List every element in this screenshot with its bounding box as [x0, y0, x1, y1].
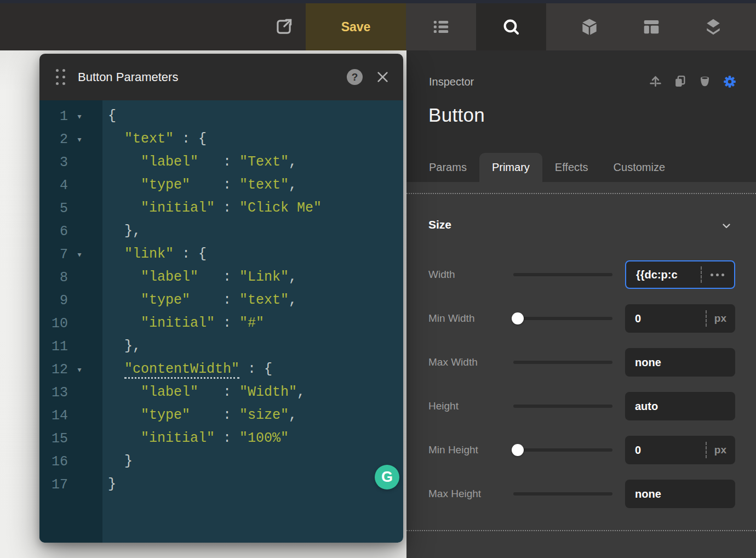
row-label: Min Width — [428, 297, 474, 340]
layers-icon[interactable] — [703, 16, 724, 37]
tab-effects[interactable]: Effects — [542, 153, 601, 183]
max-height-value-input[interactable]: none — [625, 480, 735, 508]
gutter-line: 2▾ — [39, 128, 102, 151]
tab-customize[interactable]: Customize — [601, 153, 678, 183]
slider-track[interactable] — [513, 361, 612, 364]
open-external-button[interactable] — [262, 3, 306, 50]
json-code-editor: 1▾2▾34567▾89101112▾1314151617 { "text" :… — [39, 100, 403, 543]
line-number: 10 — [39, 316, 68, 332]
gutter-line: 11 — [39, 335, 102, 358]
max-width-value-input[interactable]: none — [625, 348, 735, 377]
min-height-slider[interactable] — [513, 444, 612, 456]
size-row-width: Width{{dc:p:c — [406, 253, 756, 297]
min-width-value-input[interactable]: 0px — [625, 304, 735, 333]
publish-icon[interactable] — [649, 75, 662, 88]
tab-primary[interactable]: Primary — [479, 153, 542, 183]
layout-icon[interactable] — [641, 16, 662, 37]
code-line: } — [108, 473, 403, 496]
min-height-value-input[interactable]: 0px — [625, 436, 735, 464]
toolbar-tab-outline[interactable] — [406, 3, 476, 50]
modal-header: Button Parameters ? — [39, 54, 403, 100]
search-icon — [501, 16, 522, 37]
value-text: 0 — [635, 312, 703, 325]
value-text: none — [635, 488, 726, 500]
code-line: "initial" : "Click Me" — [108, 197, 403, 220]
divider-top — [406, 193, 756, 194]
gutter-line: 5 — [39, 197, 102, 220]
editor-code-area[interactable]: { "text" : { "label" : "Text", "type" : … — [102, 100, 403, 543]
external-link-icon — [273, 16, 294, 37]
line-number: 15 — [39, 431, 68, 447]
value-divider — [701, 266, 702, 283]
gutter-line: 15 — [39, 427, 102, 450]
drag-handle-icon[interactable] — [56, 69, 65, 85]
fold-arrow-icon[interactable]: ▾ — [68, 135, 91, 144]
gutter-line: 9 — [39, 289, 102, 312]
code-line: "label" : "Width", — [108, 381, 403, 404]
unit-label: px — [714, 312, 726, 324]
gutter-line: 16 — [39, 450, 102, 473]
line-number: 11 — [39, 339, 68, 355]
slider-thumb[interactable] — [512, 312, 524, 324]
code-line: "type" : "text", — [108, 289, 403, 312]
line-number: 16 — [39, 454, 68, 470]
code-line: } — [108, 450, 403, 473]
gutter-line: 13 — [39, 381, 102, 404]
row-label: Max Width — [428, 340, 478, 384]
gutter-line: 1▾ — [39, 105, 102, 128]
line-number: 5 — [39, 201, 68, 217]
slider-track[interactable] — [513, 492, 612, 496]
height-value-input[interactable]: auto — [625, 392, 735, 420]
line-number: 1 — [39, 109, 68, 124]
button-parameters-modal: Button Parameters ? 1▾2▾34567▾89101112▾1… — [39, 54, 403, 543]
gutter-line: 8 — [39, 266, 102, 289]
size-rows: Width{{dc:p:cMin Width0pxMax WidthnoneHe… — [406, 253, 756, 516]
inspector-panel: Inspector — [406, 50, 756, 558]
fold-arrow-icon[interactable]: ▾ — [68, 250, 91, 259]
slider-track[interactable] — [513, 448, 612, 452]
help-icon[interactable]: ? — [347, 69, 363, 85]
code-line: "type" : "size", — [108, 404, 403, 427]
toolbar-tab-inspector-active[interactable] — [476, 3, 546, 50]
gutter-line: 6 — [39, 220, 102, 243]
trash-icon[interactable] — [698, 75, 712, 88]
line-number: 12 — [39, 362, 68, 378]
slider-track[interactable] — [513, 405, 612, 408]
top-toolbar: Save — [0, 0, 756, 50]
duplicate-icon[interactable] — [673, 75, 687, 88]
toolbar-tab-group-right — [546, 3, 756, 50]
slider-thumb[interactable] — [512, 444, 524, 456]
code-line: "initial" : "#" — [108, 312, 403, 335]
close-icon[interactable] — [375, 70, 390, 84]
max-height-slider[interactable] — [513, 488, 612, 500]
gutter-line: 7▾ — [39, 243, 102, 266]
tab-params[interactable]: Params — [416, 153, 479, 183]
max-width-slider[interactable] — [513, 356, 612, 368]
min-width-slider[interactable] — [513, 312, 612, 324]
chevron-down-icon[interactable] — [720, 219, 733, 232]
fold-arrow-icon[interactable]: ▾ — [68, 365, 91, 374]
inspector-tab-content: Size Width{{dc:p:cMin Width0pxMax Widthn… — [406, 182, 756, 558]
value-divider — [706, 310, 707, 327]
editor-gutter: 1▾2▾34567▾89101112▾1314151617 — [39, 100, 102, 543]
modal-title: Button Parameters — [78, 70, 178, 84]
ellipsis-icon[interactable] — [709, 270, 725, 280]
save-button[interactable]: Save — [306, 3, 406, 50]
settings-gear-icon[interactable] — [723, 75, 736, 88]
size-section-title: Size — [428, 218, 451, 231]
height-slider[interactable] — [513, 400, 612, 412]
width-slider[interactable] — [513, 269, 612, 281]
slider-track[interactable] — [513, 273, 612, 276]
components-cube-icon[interactable] — [579, 16, 600, 37]
size-row-min-width: Min Width0px — [406, 297, 756, 340]
save-button-label: Save — [341, 20, 371, 35]
gutter-line: 14 — [39, 404, 102, 427]
size-row-max-width: Max Widthnone — [406, 340, 756, 384]
inspector-tabs: ParamsPrimaryEffectsCustomize — [416, 153, 678, 183]
slider-track[interactable] — [513, 317, 612, 320]
fold-arrow-icon[interactable]: ▾ — [68, 112, 91, 121]
width-value-input[interactable]: {{dc:p:c — [625, 260, 735, 289]
grammarly-icon[interactable]: G — [375, 465, 399, 489]
value-divider — [706, 442, 707, 458]
panel-title: Inspector — [429, 76, 474, 88]
